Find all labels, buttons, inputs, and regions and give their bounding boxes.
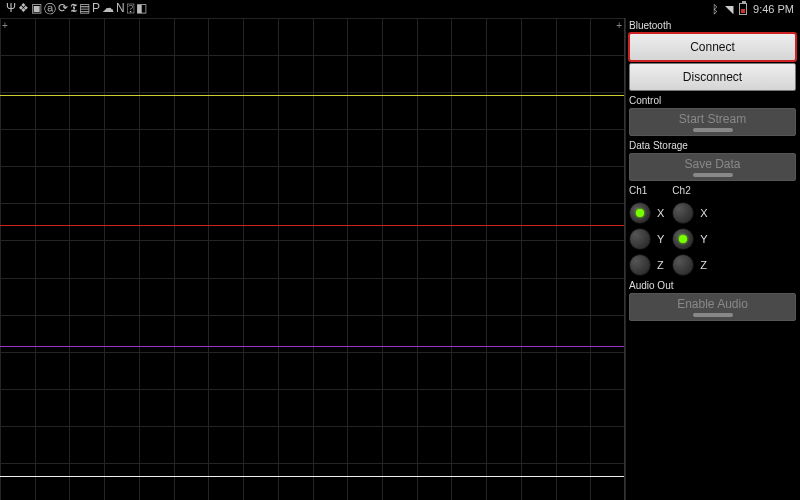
ch1-x-radio[interactable]: X <box>629 202 664 224</box>
trace-purple <box>0 346 624 347</box>
ch2-label: Ch2 <box>672 185 707 196</box>
trace-white <box>0 476 624 477</box>
nyt-icon: 𝕿 <box>70 1 77 18</box>
status-notification-icons: Ψ ❖ ▣ ⓐ ⟳ 𝕿 ▤ P ☁ N ⍰ ◧ <box>6 1 147 18</box>
ch1-label: Ch1 <box>629 185 664 196</box>
channel2-group: Ch2 X Y Z <box>672 185 707 276</box>
waveform-plot: + + <box>0 18 625 500</box>
plot-grid <box>0 18 624 500</box>
ch1-z-radio[interactable]: Z <box>629 254 664 276</box>
pandora-icon: P <box>92 1 100 18</box>
gallery-icon: ▣ <box>31 1 42 18</box>
connect-button[interactable]: Connect <box>629 33 796 61</box>
zoom-plus-left-icon: + <box>2 20 8 31</box>
status-system-icons: ᛒ ◥ 9:46 PM <box>712 3 794 16</box>
clock: 9:46 PM <box>753 3 794 15</box>
zoom-plus-right-icon: + <box>616 20 622 31</box>
sync-icon: ⟳ <box>58 1 68 18</box>
download-icon: ⍰ <box>127 1 134 18</box>
usb-icon: Ψ <box>6 1 16 18</box>
bluetooth-status-icon: ᛒ <box>712 3 719 15</box>
control-panel: Bluetooth Connect Disconnect Control Sta… <box>625 18 800 500</box>
ch1-y-radio[interactable]: Y <box>629 228 664 250</box>
amazon-icon: ⓐ <box>44 1 56 18</box>
disconnect-button[interactable]: Disconnect <box>629 63 796 91</box>
trace-red <box>0 225 624 226</box>
ch2-z-radio[interactable]: Z <box>672 254 707 276</box>
start-stream-label: Start Stream <box>679 112 746 126</box>
netflix-icon: N <box>116 1 125 18</box>
enable-audio-label: Enable Audio <box>677 297 748 311</box>
cloud-icon: ☁ <box>102 1 114 18</box>
wifi-icon: ◥ <box>725 3 733 16</box>
storage-label: Data Storage <box>629 140 796 151</box>
save-data-label: Save Data <box>684 157 740 171</box>
control-label: Control <box>629 95 796 106</box>
misc-icon: ◧ <box>136 1 147 18</box>
bluetooth-label: Bluetooth <box>629 20 796 31</box>
save-data-button: Save Data <box>629 153 796 181</box>
audio-label: Audio Out <box>629 280 796 291</box>
status-bar: Ψ ❖ ▣ ⓐ ⟳ 𝕿 ▤ P ☁ N ⍰ ◧ ᛒ ◥ 9:46 PM <box>0 0 800 18</box>
dropbox-icon: ❖ <box>18 1 29 18</box>
ch2-y-radio[interactable]: Y <box>672 228 707 250</box>
start-stream-button: Start Stream <box>629 108 796 136</box>
channel1-group: Ch1 X Y Z <box>629 185 664 276</box>
app-icon: ▤ <box>79 1 90 18</box>
enable-audio-button: Enable Audio <box>629 293 796 321</box>
ch2-x-radio[interactable]: X <box>672 202 707 224</box>
battery-icon <box>739 3 747 15</box>
trace-yellow <box>0 95 624 96</box>
